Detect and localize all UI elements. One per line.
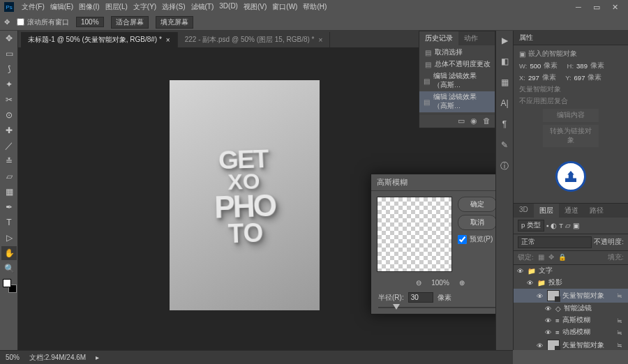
zoom-out-icon[interactable]: ⊖: [416, 279, 421, 287]
lasso-tool[interactable]: ⟆: [1, 62, 17, 76]
ok-button[interactable]: 确定: [458, 197, 497, 212]
layers-tab[interactable]: 路径: [584, 204, 609, 218]
menu-item[interactable]: 文字(Y): [131, 1, 158, 13]
paragraph-icon[interactable]: ¶: [499, 119, 510, 130]
filter-type-icon[interactable]: T: [559, 222, 563, 229]
status-arrow-icon[interactable]: ▸: [96, 354, 99, 361]
visibility-icon[interactable]: 👁: [544, 305, 553, 312]
radius-slider[interactable]: [371, 305, 509, 314]
new-snapshot-icon[interactable]: ▭: [458, 116, 465, 126]
document-tab[interactable]: 222 - 副本.psd @ 50% (图层 15, RGB/8) *×: [178, 32, 331, 47]
fit-screen-button[interactable]: 适合屏幕: [111, 16, 149, 29]
zoom-tool[interactable]: 🔍: [1, 261, 17, 275]
layers-tab[interactable]: 图层: [534, 204, 559, 218]
scroll-all-checkbox[interactable]: 滚动所有窗口: [17, 17, 69, 27]
tab-close-icon[interactable]: ×: [166, 36, 170, 44]
fx-badge[interactable]: ≒: [617, 317, 625, 324]
camera-icon[interactable]: ◉: [470, 116, 477, 126]
pen-tool[interactable]: ✒: [1, 200, 17, 214]
edit-contents-button[interactable]: 编辑内容: [543, 109, 599, 122]
zoom-input[interactable]: 100%: [76, 17, 104, 27]
move-tool[interactable]: ✥: [1, 31, 17, 45]
lock-pixel-icon[interactable]: ▦: [538, 253, 544, 262]
type-tool[interactable]: T: [1, 215, 17, 229]
trash-icon[interactable]: 🗑: [483, 116, 491, 126]
eyedropper-tool[interactable]: ⊙: [1, 108, 17, 122]
blend-mode-select[interactable]: 正常: [518, 236, 592, 248]
menu-item[interactable]: 3D(D): [217, 1, 240, 13]
stamp-tool[interactable]: ≛: [1, 154, 17, 168]
layer-row[interactable]: 👁≡动感模糊≒: [514, 326, 628, 338]
menu-item[interactable]: 图像(I): [77, 1, 101, 13]
preview-checkbox[interactable]: 预览(P): [458, 234, 497, 244]
layers-tab[interactable]: 3D: [514, 204, 534, 218]
convert-linked-button[interactable]: 转换为链接对象: [543, 125, 599, 147]
color-swatches[interactable]: [3, 279, 17, 293]
document-tab[interactable]: 未标题-1 @ 50% (矢量智能对象, RGB/8#) *×: [21, 32, 178, 47]
visibility-icon[interactable]: 👁: [544, 328, 553, 336]
layers-tab[interactable]: 通道: [559, 204, 584, 218]
menu-item[interactable]: 编辑(E): [48, 1, 75, 13]
menu-item[interactable]: 文件(F): [20, 1, 47, 13]
heal-tool[interactable]: ✚: [1, 123, 17, 137]
history-item[interactable]: ▤总体不透明度更改: [419, 59, 495, 70]
brush-tool[interactable]: ／: [1, 139, 17, 153]
layer-row[interactable]: 👁≡高斯模糊≒: [514, 314, 628, 326]
visibility-icon[interactable]: 👁: [544, 317, 553, 324]
eraser-tool[interactable]: ▱: [1, 169, 17, 183]
fx-badge[interactable]: ≒: [617, 342, 625, 349]
layer-row[interactable]: 👁📁文字: [514, 265, 628, 277]
history-tab[interactable]: 历史记录: [419, 31, 458, 45]
history-item[interactable]: ▤编辑 滤镜效果（高斯…: [419, 70, 495, 91]
fg-swatch[interactable]: [3, 279, 11, 287]
visibility-icon[interactable]: 👁: [536, 342, 544, 349]
swatch-icon[interactable]: ▦: [499, 77, 510, 88]
lock-pos-icon[interactable]: ✥: [548, 253, 554, 262]
menu-item[interactable]: 窗口(W): [270, 1, 299, 13]
filter-adjust-icon[interactable]: ◐: [551, 222, 557, 229]
crop-tool[interactable]: ✂: [1, 93, 17, 107]
fill-screen-button[interactable]: 填充屏幕: [156, 16, 193, 29]
status-zoom[interactable]: 50%: [6, 354, 20, 361]
info-icon[interactable]: ⓘ: [499, 160, 510, 172]
cancel-button[interactable]: 取消: [458, 215, 497, 230]
menu-item[interactable]: 帮助(H): [301, 1, 329, 13]
char-icon[interactable]: A|: [499, 98, 510, 109]
visibility-icon[interactable]: 👁: [526, 279, 534, 287]
layer-row[interactable]: 👁矢量智能对象≒: [514, 338, 628, 350]
history-tab[interactable]: 动作: [458, 31, 484, 45]
visibility-icon[interactable]: 👁: [536, 292, 544, 300]
visibility-icon[interactable]: 👁: [516, 267, 525, 275]
dialog-preview[interactable]: [377, 197, 452, 272]
tab-close-icon[interactable]: ×: [318, 36, 322, 44]
menu-item[interactable]: 选择(S): [160, 1, 187, 13]
menu-item[interactable]: 图层(L): [103, 1, 130, 13]
layer-row[interactable]: 👁◇智能滤镜: [514, 303, 628, 314]
hand-tool[interactable]: ✋: [1, 246, 17, 260]
fx-badge[interactable]: ≒: [617, 329, 625, 336]
filter-smart-icon[interactable]: ▣: [573, 222, 579, 229]
gradient-tool[interactable]: ▦: [1, 185, 17, 199]
path-tool[interactable]: ▷: [1, 231, 17, 245]
brush-icon[interactable]: ✎: [499, 139, 510, 151]
zoom-in-icon[interactable]: ⊕: [459, 279, 465, 287]
layer-row[interactable]: 👁📁投影: [514, 277, 628, 289]
layer-kind-select[interactable]: p 类型: [518, 220, 544, 232]
maximize-button[interactable]: ▭: [590, 2, 603, 12]
filter-shape-icon[interactable]: ▱: [565, 222, 571, 229]
minimize-button[interactable]: ─: [572, 2, 585, 12]
play-icon[interactable]: ▶: [499, 35, 510, 46]
marquee-tool[interactable]: ▭: [1, 47, 17, 61]
radius-input[interactable]: [408, 292, 433, 303]
fx-badge[interactable]: ≒: [617, 292, 625, 299]
close-button[interactable]: ✕: [608, 2, 621, 12]
lock-all-icon[interactable]: 🔒: [558, 253, 567, 262]
menu-item[interactable]: 视图(V): [241, 1, 269, 13]
layer-row[interactable]: 👁矢量智能对象≒: [514, 289, 628, 303]
color-icon[interactable]: ◧: [499, 56, 510, 67]
wand-tool[interactable]: ✦: [1, 77, 17, 91]
menu-item[interactable]: 滤镜(T): [189, 1, 216, 13]
history-item[interactable]: ▤编辑 滤镜效果（高斯…: [419, 91, 495, 112]
filter-pixel-icon[interactable]: ▪: [546, 222, 548, 229]
history-item[interactable]: ▤取消选择: [419, 47, 495, 59]
